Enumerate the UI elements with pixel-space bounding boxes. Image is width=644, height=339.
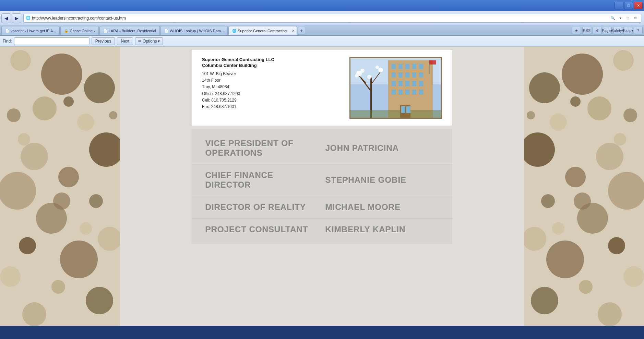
svg-point-72 bbox=[596, 143, 623, 170]
svg-rect-57 bbox=[419, 90, 423, 95]
tab-whois[interactable]: 📄 WHOIS Lookup | WHOIS Dom... bbox=[160, 26, 228, 35]
find-label: Find: bbox=[3, 39, 12, 44]
find-input[interactable] bbox=[14, 37, 90, 45]
tab-right-icons: ★ RSS 🖨 Page▾ Safety▾ Tools▾ ? bbox=[572, 27, 643, 35]
staff-title-2: DIRECTOR OF REALITY bbox=[205, 202, 319, 212]
tab-icon-superior: 🌐 bbox=[232, 29, 236, 33]
svg-point-80 bbox=[623, 266, 644, 287]
dropdown-icon[interactable]: ▾ bbox=[617, 15, 624, 22]
svg-rect-59 bbox=[429, 60, 436, 65]
svg-point-18 bbox=[86, 287, 113, 314]
tab-icon-vbscript: 📄 bbox=[5, 29, 9, 33]
window-controls: — □ ✕ bbox=[615, 2, 643, 9]
staff-title-1: CHIEF FINANCE DIRECTOR bbox=[205, 171, 319, 190]
staff-row-0: VICE PRESIDENT OF OPERATIONS JOHN PATRIC… bbox=[192, 132, 452, 164]
svg-rect-51 bbox=[412, 81, 416, 86]
navigation-bar: ◀ ▶ 🌐 http://www.leadersincontracting.co… bbox=[0, 11, 644, 25]
svg-point-10 bbox=[0, 172, 36, 210]
address-bar[interactable]: 🌐 http://www.leadersincontracting.com/co… bbox=[23, 14, 641, 23]
options-dropdown-icon: ▾ bbox=[158, 39, 160, 44]
svg-rect-49 bbox=[398, 81, 403, 86]
tab-vbscript[interactable]: 📄 vbscript - How to get IP A... bbox=[1, 26, 60, 35]
tab-icon-chase: 🔒 bbox=[64, 29, 68, 33]
staff-name-1: STEPHANIE GOBIE bbox=[319, 175, 439, 185]
forward-button[interactable]: ▶ bbox=[12, 13, 21, 23]
staff-title-3: PROJECT CONSULTANT bbox=[205, 225, 319, 234]
svg-rect-42 bbox=[419, 64, 423, 69]
svg-point-8 bbox=[21, 143, 48, 170]
svg-point-21 bbox=[109, 111, 117, 119]
tab-icon-whois: 📄 bbox=[164, 29, 168, 33]
rss-button[interactable]: RSS bbox=[582, 27, 591, 34]
svg-point-88 bbox=[552, 222, 564, 235]
find-bar: Find: Previous Next ✏ Options ▾ bbox=[0, 36, 644, 47]
maximize-button[interactable]: □ bbox=[624, 2, 633, 9]
minimize-button[interactable]: — bbox=[615, 2, 623, 9]
svg-point-15 bbox=[60, 241, 98, 278]
staff-section: VICE PRESIDENT OF OPERATIONS JOHN PATRIC… bbox=[192, 129, 452, 244]
search-icon[interactable]: 🔍 bbox=[609, 15, 616, 22]
address-line2: 14th Floor bbox=[202, 77, 343, 84]
close-button[interactable]: ✕ bbox=[634, 2, 643, 9]
address-bar-icon: 🌐 bbox=[26, 16, 31, 20]
svg-point-65 bbox=[562, 54, 603, 95]
left-decorative-panel bbox=[0, 47, 120, 326]
previous-button[interactable]: Previous bbox=[92, 37, 115, 45]
tab-lara[interactable]: 📄 LARA - Builders, Residential bbox=[99, 26, 160, 35]
tab-label-vbscript: vbscript - How to get IP A... bbox=[11, 29, 56, 33]
building-name: Columbia Center Building bbox=[202, 63, 343, 68]
staff-name-0: JOHN PATRICINA bbox=[319, 143, 439, 153]
building-photo bbox=[349, 57, 442, 119]
svg-point-4 bbox=[33, 96, 57, 120]
tab-label-lara: LARA - Builders, Residential bbox=[109, 29, 156, 33]
svg-rect-39 bbox=[398, 64, 403, 69]
svg-point-24 bbox=[80, 222, 92, 235]
safety-menu[interactable]: Safety▾ bbox=[613, 27, 622, 34]
svg-rect-44 bbox=[398, 72, 403, 78]
svg-point-2 bbox=[10, 50, 31, 71]
svg-point-67 bbox=[529, 72, 560, 103]
svg-point-70 bbox=[623, 108, 637, 122]
compatibility-icon[interactable]: ⊡ bbox=[624, 15, 631, 22]
staff-name-3: KIMBERLY KAPLIN bbox=[319, 225, 439, 234]
svg-point-73 bbox=[565, 167, 586, 187]
svg-point-32 bbox=[360, 69, 365, 73]
svg-rect-62 bbox=[401, 106, 405, 113]
tools-menu[interactable]: Tools▾ bbox=[623, 27, 632, 34]
company-name: Superior General Contracting LLC bbox=[202, 57, 343, 62]
tab-chase[interactable]: 🔒 Chase Online - bbox=[60, 26, 98, 35]
refresh-icon[interactable]: ↺ bbox=[632, 15, 639, 22]
staff-name-2: MICHAEL MOORE bbox=[319, 202, 439, 212]
svg-point-3 bbox=[84, 72, 115, 103]
svg-point-78 bbox=[608, 237, 625, 254]
svg-point-34 bbox=[378, 68, 383, 72]
svg-point-19 bbox=[22, 302, 46, 326]
options-button[interactable]: ✏ Options ▾ bbox=[135, 37, 163, 45]
staff-row-3: PROJECT CONSULTANT KIMBERLY KAPLIN bbox=[192, 219, 452, 241]
contact-info: Superior General Contracting LLC Columbi… bbox=[202, 57, 343, 119]
next-button[interactable]: Next bbox=[117, 37, 133, 45]
tab-superior[interactable]: 🌐 Superior General Contracting... ✕ bbox=[228, 26, 297, 35]
svg-point-20 bbox=[63, 96, 74, 107]
back-button[interactable]: ◀ bbox=[1, 13, 11, 23]
contact-card: Superior General Contracting LLC Columbi… bbox=[192, 50, 452, 126]
address-text: http://www.leadersincontracting.com/cont… bbox=[32, 16, 609, 21]
svg-point-66 bbox=[613, 50, 634, 71]
svg-point-75 bbox=[541, 194, 555, 208]
staff-row-2: DIRECTOR OF REALITY MICHAEL MOORE bbox=[192, 196, 452, 219]
tabs-bar: 📄 vbscript - How to get IP A... 🔒 Chase … bbox=[0, 25, 644, 36]
tab-close-superior[interactable]: ✕ bbox=[292, 29, 295, 33]
new-tab-button[interactable]: + bbox=[298, 27, 305, 34]
main-content: Superior General Contracting LLC Columbi… bbox=[120, 47, 524, 326]
tab-icon-lara: 📄 bbox=[103, 29, 107, 33]
svg-point-5 bbox=[77, 114, 94, 131]
svg-point-84 bbox=[570, 96, 581, 107]
help-button[interactable]: ? bbox=[634, 27, 643, 34]
tab-label-whois: WHOIS Lookup | WHOIS Dom... bbox=[170, 29, 224, 33]
favorites-button[interactable]: ★ bbox=[572, 27, 581, 34]
address-actions: 🔍 ▾ ⊡ ↺ bbox=[609, 15, 639, 22]
fax-number: Fax: 248.687.1001 bbox=[202, 104, 343, 110]
right-decorative-panel bbox=[524, 47, 644, 326]
print-icon[interactable]: 🖨 bbox=[593, 27, 601, 34]
page-menu[interactable]: Page▾ bbox=[603, 27, 612, 34]
